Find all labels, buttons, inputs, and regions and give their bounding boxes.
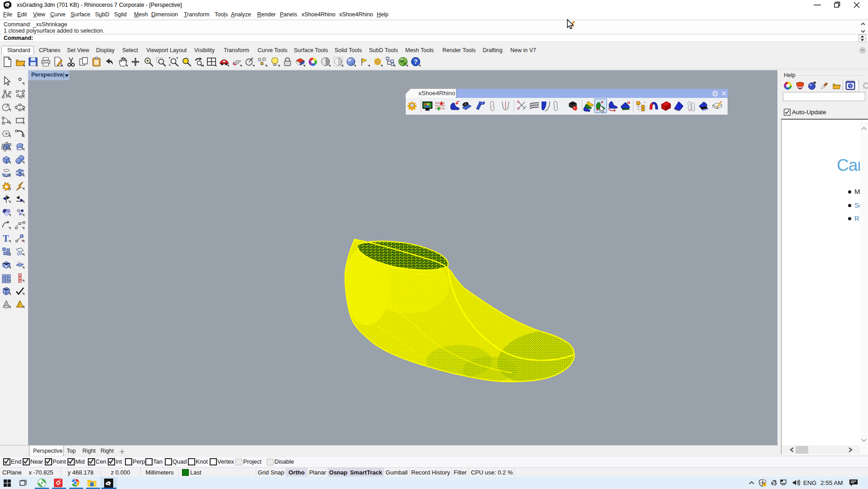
svg-text:T: T (3, 233, 9, 243)
svg-text:!: ! (764, 483, 765, 486)
svg-text:?: ? (414, 58, 418, 65)
svg-text:?: ? (849, 84, 852, 88)
